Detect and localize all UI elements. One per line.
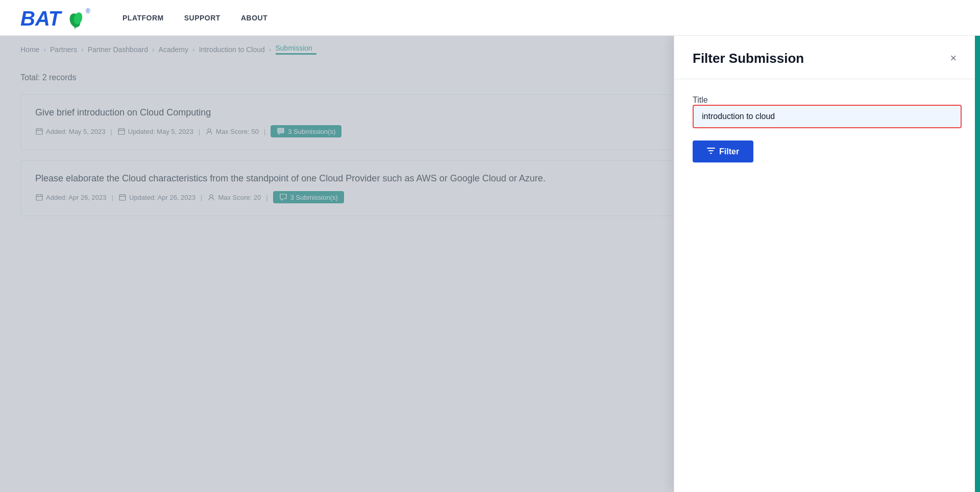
submissions-text-1: 3 Submission(s)	[288, 128, 335, 135]
svg-rect-14	[278, 128, 284, 133]
svg-rect-9	[118, 129, 125, 134]
meta-updated-2: Updated: Apr 26, 2023	[118, 193, 195, 201]
submissions-text-2: 3 Submission(s)	[290, 194, 338, 201]
added-text-1: Added: May 5, 2023	[46, 128, 105, 135]
svg-text:BAT: BAT	[20, 7, 63, 30]
main-content: Home › Partners › Partner Dashboard › Ac…	[0, 36, 980, 492]
title-field-label: Title	[693, 96, 708, 104]
filter-icon	[707, 147, 715, 156]
updated-text-1: Updated: May 5, 2023	[128, 128, 193, 135]
svg-point-23	[210, 195, 213, 198]
filter-panel: Filter Submission × Title Filter	[674, 36, 980, 492]
added-text-2: Added: Apr 26, 2023	[46, 194, 107, 201]
logo-svg: BAT ®	[20, 5, 92, 31]
meta-updated-1: Updated: May 5, 2023	[117, 127, 193, 135]
nav-about[interactable]: ABOUT	[241, 14, 267, 22]
breadcrumb-sep-4: ›	[192, 45, 195, 54]
sep-2a: |	[112, 194, 113, 201]
sep-1b: |	[199, 128, 200, 135]
filter-panel-header: Filter Submission ×	[674, 36, 980, 79]
meta-maxscore-1: Max Score: 50	[205, 127, 259, 135]
meta-added-2: Added: Apr 26, 2023	[35, 193, 107, 201]
filter-panel-title: Filter Submission	[693, 51, 804, 66]
chat-icon-2	[279, 193, 287, 201]
sep-2b: |	[201, 194, 202, 201]
navbar: BAT ® PLATFORM SUPPORT ABOUT	[0, 0, 980, 36]
breadcrumb-sep-3: ›	[152, 45, 155, 54]
svg-text:®: ®	[86, 8, 90, 15]
breadcrumb-home[interactable]: Home	[20, 45, 39, 54]
title-input[interactable]	[693, 105, 962, 128]
sep-1c: |	[264, 128, 265, 135]
meta-added-1: Added: May 5, 2023	[35, 127, 105, 135]
filter-button[interactable]: Filter	[693, 140, 753, 162]
breadcrumb-partners[interactable]: Partners	[50, 45, 77, 54]
svg-rect-15	[36, 195, 42, 200]
calendar-icon-1	[35, 127, 43, 135]
close-button[interactable]: ×	[945, 50, 962, 66]
chat-icon-1	[277, 127, 285, 135]
maxscore-text-1: Max Score: 50	[216, 128, 259, 135]
breadcrumb-academy[interactable]: Academy	[159, 45, 188, 54]
breadcrumb-underline	[276, 53, 316, 55]
accent-bar	[975, 36, 980, 492]
meta-maxscore-2: Max Score: 20	[207, 193, 261, 201]
logo: BAT ®	[20, 5, 92, 31]
breadcrumb-submission: Submission	[276, 44, 316, 52]
breadcrumb-submission-wrapper: Submission	[276, 44, 316, 55]
nav-support[interactable]: SUPPORT	[184, 14, 220, 22]
breadcrumb-sep-2: ›	[81, 45, 84, 54]
calendar-icon-updated-1	[117, 127, 126, 135]
svg-rect-5	[36, 129, 42, 134]
filter-button-label: Filter	[719, 147, 739, 156]
svg-point-13	[208, 129, 211, 132]
svg-rect-19	[119, 195, 126, 200]
breadcrumb-sep-5: ›	[269, 45, 272, 54]
nav-links: PLATFORM SUPPORT ABOUT	[122, 14, 267, 22]
breadcrumb-sep-1: ›	[43, 45, 46, 54]
score-icon-1	[205, 127, 213, 135]
submissions-badge-1[interactable]: 3 Submission(s)	[271, 125, 341, 137]
nav-platform[interactable]: PLATFORM	[122, 14, 164, 22]
breadcrumb-partner-dashboard[interactable]: Partner Dashboard	[88, 45, 148, 54]
filter-panel-body: Title Filter	[674, 79, 980, 492]
sep-1a: |	[110, 128, 112, 135]
calendar-icon-updated-2	[118, 193, 127, 201]
updated-text-2: Updated: Apr 26, 2023	[129, 194, 195, 201]
maxscore-text-2: Max Score: 20	[218, 194, 261, 201]
score-icon-2	[207, 193, 215, 201]
breadcrumb-intro-cloud[interactable]: Introduction to Cloud	[199, 45, 265, 54]
calendar-icon-2	[35, 193, 43, 201]
submissions-badge-2[interactable]: 3 Submission(s)	[273, 191, 344, 203]
sep-2c: |	[266, 194, 267, 201]
